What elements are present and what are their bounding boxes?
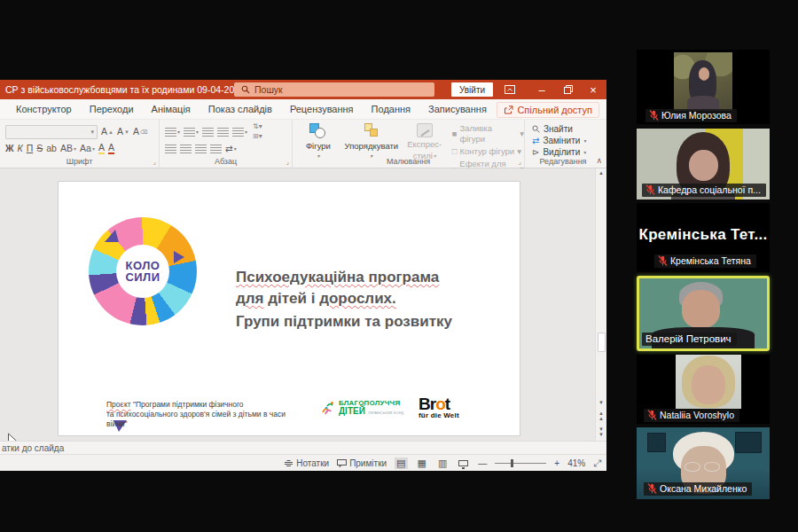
share-button[interactable]: Спільний доступ <box>497 102 599 118</box>
normal-view-button[interactable]: ▤ <box>395 458 407 469</box>
sign-in-button[interactable]: Увійти <box>451 82 493 97</box>
muted-mic-icon <box>658 255 668 266</box>
participant-video <box>676 355 741 409</box>
tab-review[interactable]: Рецензування <box>290 104 354 114</box>
scroll-down-button[interactable]: ▼ <box>596 400 606 405</box>
ribbon-display-options-icon[interactable] <box>498 80 521 99</box>
project-text[interactable]: Проєкт "Програми підтримки фізичного та … <box>106 400 286 429</box>
slide-editing-area: КОЛО СИЛИ Психоедукаційна програма для д… <box>0 168 606 441</box>
justify-button[interactable] <box>210 145 222 153</box>
bold-button[interactable]: Ж <box>5 144 14 153</box>
participant-tile-nataliia[interactable]: Nataliia Voroshylo <box>637 355 770 424</box>
minimize-button[interactable]: – <box>530 80 553 99</box>
zoom-slider[interactable] <box>495 463 546 464</box>
shape-outline-button[interactable]: □ Контур фігури ▾ <box>452 146 524 157</box>
participant-video <box>674 52 732 111</box>
tab-view[interactable]: Подання <box>372 104 411 114</box>
paragraph-dialog-launcher[interactable]: ⌟ <box>286 158 289 166</box>
font-name-select[interactable]: ▾ <box>5 125 98 139</box>
notes-toggle-button[interactable]: Нотатки <box>284 458 329 468</box>
muted-mic-icon <box>649 110 659 121</box>
slide-canvas[interactable]: КОЛО СИЛИ Психоедукаційна програма для д… <box>59 182 520 435</box>
participant-name-label: Валерій Петрович <box>642 332 737 346</box>
align-center-button[interactable] <box>180 145 192 153</box>
comments-icon <box>337 459 347 467</box>
reading-view-button[interactable]: ▥ <box>436 458 449 469</box>
group-label-paragraph: Абзац <box>160 157 292 166</box>
kolo-syly-logo: КОЛО СИЛИ <box>89 217 197 325</box>
zoom-percentage[interactable]: 41% <box>567 458 585 468</box>
grow-font-button[interactable]: А▲ <box>101 127 113 137</box>
powerpoint-window: СР з військовослужбовцями та їх родинами… <box>0 80 606 471</box>
zoom-slider-thumb[interactable] <box>511 459 513 467</box>
shrink-font-button[interactable]: А▼ <box>117 127 129 137</box>
quick-styles-icon <box>417 123 433 137</box>
ribbon-group-drawing: Фігури▾ Упорядкувати▾ Експрес- стилі ▾ ■… <box>293 120 525 168</box>
shape-fill-button[interactable]: ■ Заливка фігури ▾ <box>452 123 524 145</box>
participant-name-label: Кремінська Тетяна <box>654 254 756 268</box>
align-left-button[interactable] <box>165 145 176 153</box>
comments-button[interactable]: Примітки <box>337 458 387 468</box>
muted-mic-icon <box>647 483 657 494</box>
drawing-dialog-launcher[interactable]: ⌟ <box>518 158 521 166</box>
tab-slideshow[interactable]: Показ слайдів <box>208 104 272 114</box>
tab-animations[interactable]: Анімація <box>152 104 191 114</box>
participant-tile-valerii-active-speaker[interactable]: Валерій Петрович <box>637 276 770 351</box>
zoom-out-button[interactable]: — <box>478 458 487 468</box>
participant-tile-kafedra[interactable]: Кафедра соціальної п... <box>637 129 770 200</box>
search-icon <box>241 85 250 94</box>
participant-large-name: Кремінська Тет... <box>637 226 770 244</box>
font-dialog-launcher[interactable]: ⌟ <box>153 158 156 166</box>
slide-sorter-button[interactable]: ▦ <box>416 458 428 469</box>
increase-indent-button[interactable] <box>217 128 229 137</box>
underline-button[interactable]: П <box>27 144 34 153</box>
text-direction-button[interactable]: ⇅▾ <box>253 122 262 131</box>
search-box[interactable]: Пошук <box>234 82 434 97</box>
find-button[interactable]: Знайти <box>532 124 586 134</box>
clear-formatting-button[interactable]: А⌫ <box>133 127 148 137</box>
text-shadow-button[interactable]: ab <box>46 144 57 153</box>
ribbon-group-paragraph: ▾ ▾ ▾ ⇅▾ ⊞▾ ⇄▾ Абзац <box>160 120 293 168</box>
tab-design[interactable]: Конструктор <box>16 104 72 114</box>
participant-tile-oksana[interactable]: Оксана Михайленко <box>637 427 770 499</box>
previous-slide-button[interactable]: ▲▲ <box>596 411 606 421</box>
slide-title[interactable]: Психоедукаційна програма для дітей і дор… <box>236 267 452 332</box>
scroll-up-button[interactable]: ▲ <box>596 170 606 176</box>
slideshow-icon <box>458 460 468 466</box>
decrease-indent-button[interactable] <box>202 128 214 137</box>
numbering-button[interactable]: ▾ <box>184 128 199 137</box>
columns-button[interactable]: ⇄▾ <box>225 144 237 153</box>
participant-tile-yulia[interactable]: Юлия Морозова <box>637 50 770 124</box>
tab-record[interactable]: Записування <box>428 104 487 114</box>
arrange-icon <box>363 123 380 139</box>
align-text-button[interactable]: ⊞▾ <box>253 132 262 141</box>
zoom-in-button[interactable]: + <box>554 458 559 468</box>
participant-name-label: Nataliia Voroshylo <box>644 409 739 422</box>
notes-pane[interactable]: атки до слайда <box>0 441 606 454</box>
close-button[interactable]: × <box>582 80 605 99</box>
ribbon-collapse-button[interactable]: ∧ <box>596 156 602 165</box>
select-button[interactable]: ⊳ Виділити ▾ <box>532 147 586 157</box>
italic-button[interactable]: К <box>18 144 23 153</box>
font-color-button[interactable]: А <box>108 143 114 154</box>
bp-figures-icon <box>321 400 336 416</box>
replace-button[interactable]: ⇄ Замінити ▾ <box>532 136 586 145</box>
participant-name-label: Кафедра соціальної п... <box>642 184 766 197</box>
ribbon: ▾ А▲ А▼ А⌫ Ж К П S ab АВ▾ Аа▾ А А Шрифт <box>0 120 606 168</box>
slideshow-button[interactable] <box>457 458 470 468</box>
align-right-button[interactable] <box>195 145 207 153</box>
highlight-color-button[interactable]: А <box>98 143 105 154</box>
next-slide-button[interactable]: ▼▼ <box>596 426 606 437</box>
restore-button[interactable] <box>557 80 580 99</box>
ribbon-group-editing: Знайти ⇄ Замінити ▾ ⊳ Виділити ▾ Редагув… <box>525 120 601 168</box>
line-spacing-button[interactable]: ▾ <box>232 128 247 137</box>
vertical-scrollbar[interactable]: ▲ ▼ ▲▲ ▼▼ <box>595 168 606 441</box>
scrollbar-thumb[interactable] <box>598 332 606 352</box>
fit-slide-button[interactable]: ⤢ <box>593 458 601 469</box>
tab-transitions[interactable]: Переходи <box>90 104 134 114</box>
strikethrough-button[interactable]: S <box>36 144 43 153</box>
character-spacing-button[interactable]: АВ▾ <box>60 144 76 153</box>
participant-tile-kreminska[interactable]: Кремінська Тет... Кремінська Тетяна <box>637 203 770 272</box>
change-case-button[interactable]: Аа▾ <box>80 144 95 153</box>
bullets-button[interactable]: ▾ <box>165 128 180 137</box>
